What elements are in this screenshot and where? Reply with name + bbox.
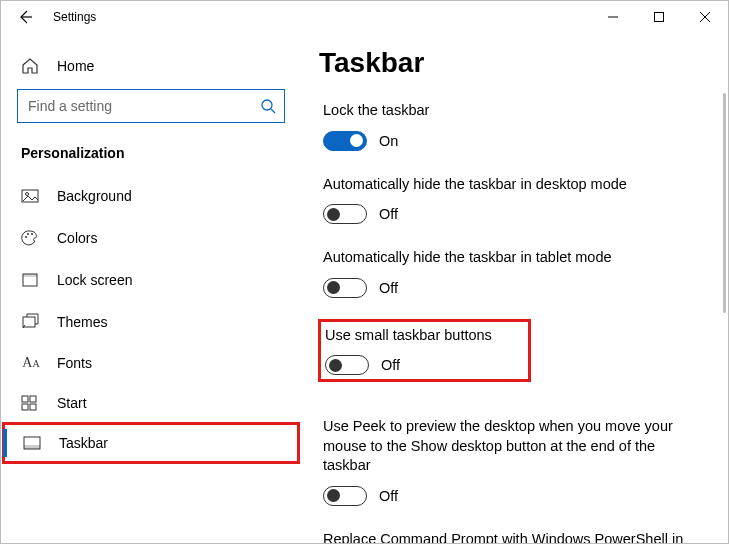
sidebar-section-header: Personalization (1, 123, 301, 175)
minimize-button[interactable] (590, 1, 636, 33)
sidebar-item-lockscreen[interactable]: Lock screen (1, 259, 301, 301)
svg-rect-19 (24, 445, 40, 449)
svg-rect-15 (30, 396, 36, 402)
svg-point-4 (262, 100, 272, 110)
palette-icon (21, 229, 41, 247)
window-title: Settings (49, 1, 96, 33)
home-icon (21, 57, 41, 75)
setting-label: Automatically hide the taskbar in deskto… (323, 175, 700, 195)
picture-icon (21, 187, 41, 205)
sidebar-nav: Background Colors Lock screen Themes AA … (1, 175, 301, 463)
svg-rect-14 (22, 396, 28, 402)
sidebar-item-label: Taskbar (59, 435, 108, 451)
toggle-state: Off (381, 357, 400, 373)
svg-point-8 (25, 236, 27, 238)
toggle-peek[interactable] (323, 486, 367, 506)
toggle-small-buttons[interactable] (325, 355, 369, 375)
taskbar-icon (23, 436, 43, 450)
toggle-autohide-tablet[interactable] (323, 278, 367, 298)
sidebar-item-themes[interactable]: Themes (1, 301, 301, 343)
titlebar-spacer (96, 1, 590, 33)
svg-point-10 (31, 233, 33, 235)
scrollbar[interactable] (723, 93, 726, 313)
page-title: Taskbar (319, 47, 704, 79)
content: Home Personalization Background Colors (1, 33, 728, 544)
back-button[interactable] (1, 1, 49, 33)
sidebar: Home Personalization Background Colors (1, 33, 301, 544)
toggle-state: Off (379, 280, 398, 296)
svg-rect-16 (22, 404, 28, 410)
themes-icon (21, 313, 41, 331)
svg-point-7 (26, 193, 29, 196)
main-panel: Taskbar Lock the taskbar On Automaticall… (301, 33, 728, 544)
sidebar-item-label: Start (57, 395, 87, 411)
setting-label: Lock the taskbar (323, 101, 700, 121)
sidebar-item-label: Colors (57, 230, 97, 246)
setting-lock-taskbar: Lock the taskbar On (319, 99, 704, 153)
setting-small-buttons: Use small taskbar buttons Off (319, 320, 530, 382)
sidebar-item-colors[interactable]: Colors (1, 217, 301, 259)
toggle-autohide-desktop[interactable] (323, 204, 367, 224)
titlebar: Settings (1, 1, 728, 33)
sidebar-item-label: Themes (57, 314, 108, 330)
setting-powershell: Replace Command Prompt with Windows Powe… (319, 528, 704, 544)
setting-label: Use Peek to preview the desktop when you… (323, 417, 700, 476)
search-input[interactable] (17, 89, 285, 123)
sidebar-home-label: Home (57, 58, 94, 74)
setting-autohide-desktop: Automatically hide the taskbar in deskto… (319, 173, 704, 227)
lockscreen-icon (21, 271, 41, 289)
search-field[interactable] (26, 97, 260, 115)
toggle-lock-taskbar[interactable] (323, 131, 367, 151)
fonts-icon: AA (21, 355, 41, 371)
setting-label: Automatically hide the taskbar in tablet… (323, 248, 700, 268)
sidebar-item-label: Lock screen (57, 272, 132, 288)
svg-rect-1 (655, 13, 664, 22)
svg-line-5 (271, 109, 275, 113)
setting-label: Replace Command Prompt with Windows Powe… (323, 530, 700, 544)
sidebar-item-taskbar[interactable]: Taskbar (3, 423, 299, 463)
sidebar-item-label: Background (57, 188, 132, 204)
sidebar-item-fonts[interactable]: AA Fonts (1, 343, 301, 383)
sidebar-home[interactable]: Home (1, 51, 301, 89)
close-button[interactable] (682, 1, 728, 33)
svg-point-9 (27, 233, 29, 235)
toggle-state: Off (379, 206, 398, 222)
maximize-button[interactable] (636, 1, 682, 33)
search-icon (260, 98, 276, 114)
setting-autohide-tablet: Automatically hide the taskbar in tablet… (319, 246, 704, 300)
setting-label: Use small taskbar buttons (325, 326, 492, 346)
toggle-state: On (379, 133, 398, 149)
sidebar-item-start[interactable]: Start (1, 383, 301, 423)
svg-rect-17 (30, 404, 36, 410)
svg-rect-12 (23, 274, 37, 277)
start-icon (21, 395, 41, 411)
sidebar-item-label: Fonts (57, 355, 92, 371)
setting-peek: Use Peek to preview the desktop when you… (319, 415, 704, 508)
sidebar-item-background[interactable]: Background (1, 175, 301, 217)
toggle-state: Off (379, 488, 398, 504)
